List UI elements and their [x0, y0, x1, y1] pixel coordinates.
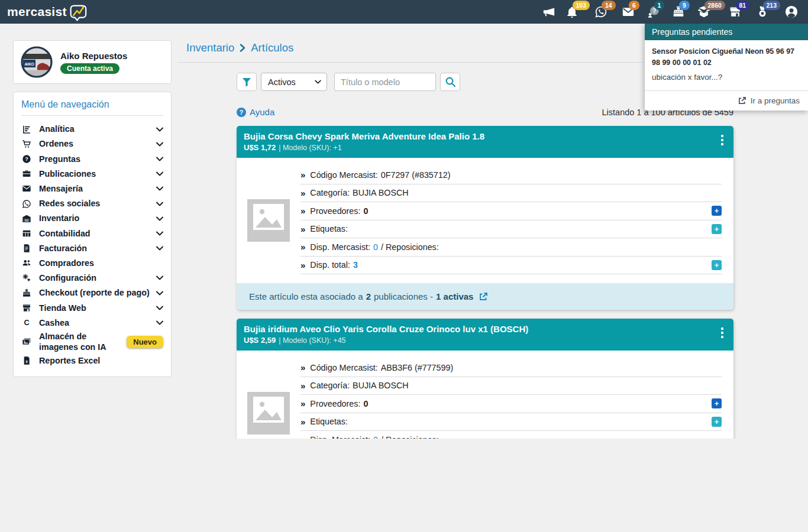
article-price: U$S 1,72 [244, 143, 276, 152]
image-placeholder-icon[interactable] [247, 392, 290, 434]
article-code-row: »Código Mercasist:ABB3F6 (#777599) [300, 359, 722, 377]
add-provider-button[interactable]: + [712, 206, 722, 216]
active-publications-link[interactable]: 1 activas [436, 291, 473, 301]
sidebar-item-reportes-excel[interactable]: xReportes Excel [21, 353, 163, 368]
article-availability-row: »Disp. Mercasist:0/ Reposiciones: [300, 238, 722, 257]
breadcrumb-articulos[interactable]: Artículos [251, 41, 293, 54]
add-tag-button[interactable]: + [712, 417, 722, 427]
gears-icon [21, 273, 32, 283]
cart-icon [21, 139, 32, 149]
notification-badge: 1 [654, 1, 665, 10]
sidebar-item-cashea[interactable]: CCashea [21, 315, 163, 330]
envelope-icon [21, 184, 32, 194]
svg-text:?: ? [240, 108, 243, 115]
medal-icon[interactable]: 213 [755, 5, 770, 19]
status-filter-value: Activos [268, 77, 296, 87]
sidebar-item-tienda-web[interactable]: Tienda Web [21, 300, 163, 315]
add-tag-button[interactable]: + [712, 224, 722, 234]
article-title: Bujia Corsa Chevy Spark Meriva Adventure… [244, 131, 706, 141]
analytics-icon [21, 124, 32, 134]
sidebar-item-redes-sociales[interactable]: Redes sociales [21, 196, 163, 211]
notification-badge: 14 [602, 1, 616, 10]
publications-banner: Este artículo esta asociado a 2 publicac… [237, 283, 733, 310]
sidebar-item-mensajería[interactable]: Mensajería [21, 181, 163, 196]
sidebar-item-analítica[interactable]: Analítica [21, 122, 163, 137]
search-input[interactable] [334, 73, 436, 91]
chevron-down-icon [156, 275, 163, 280]
chevron-down-icon [156, 291, 163, 296]
external-link-icon[interactable] [479, 292, 488, 301]
sidebar-item-label: Tienda Web [39, 303, 86, 314]
article-price: U$S 2,59 [244, 336, 276, 345]
image-placeholder-icon[interactable] [247, 199, 290, 242]
sidebar-item-facturación[interactable]: Facturación [21, 241, 163, 256]
account-avatar[interactable]: AIKO [21, 46, 53, 78]
user-avatar-icon[interactable] [784, 5, 799, 19]
article-category-row: »Categoría:BUJIA BOSCH [300, 377, 722, 395]
help-link[interactable]: ? Ayuda [237, 107, 274, 117]
article-card: Bujia Corsa Chevy Spark Meriva Adventure… [237, 126, 733, 310]
spreadsheet-icon [21, 228, 32, 238]
sidebar-item-almacén-de-imagenes-con-ia[interactable]: Almacén de imagenes con IANuevo [21, 330, 163, 353]
article-card-body: »Código Mercasist:0F7297 (#835712) »Cate… [237, 158, 733, 283]
sidebar-item-label: Contabilidad [39, 228, 91, 239]
article-availability-row: »Disp. Mercasist:0/ Reposiciones: [300, 431, 722, 439]
megaphone-icon[interactable] [542, 5, 556, 19]
briefcase-icon [21, 169, 32, 179]
article-card-body: »Código Mercasist:ABB3F6 (#777599) »Cate… [237, 351, 733, 439]
article-card-header: Bujia iridium Aveo Clio Yaris Corolla Cr… [237, 319, 733, 351]
sidebar-item-checkout-reporte-de-pago[interactable]: Checkout (reporte de pago) [21, 286, 163, 300]
new-badge: Nuevo [127, 336, 163, 348]
article-sku: | Modelo (SKU): +1 [279, 144, 341, 152]
chevron-down-icon [156, 171, 163, 176]
sidebar-item-label: Analítica [39, 124, 75, 135]
sidebar-item-publicaciones[interactable]: Publicaciones [21, 167, 163, 181]
storefront-icon [21, 303, 32, 313]
account-card: AIKO Aiko Repuestos Cuenta activa [13, 40, 172, 84]
card-menu-button[interactable] [721, 327, 723, 338]
whatsapp-icon[interactable]: 14 [594, 5, 608, 19]
app-window: mercasist 103146?19286081213 Preguntas p… [0, 0, 808, 532]
bell-icon[interactable]: 103 [565, 5, 579, 19]
add-stock-button[interactable]: + [712, 260, 722, 270]
go-to-questions-link[interactable]: Ir a preguntas [645, 90, 808, 111]
sidebar-item-configuración[interactable]: Configuración [21, 271, 163, 286]
envelope-icon[interactable]: 6 [621, 5, 635, 19]
sidebar-item-label: Cashea [39, 317, 69, 329]
storefront-icon[interactable]: 81 [728, 5, 742, 19]
article-providers-row: »Proveedores:0+ [300, 202, 722, 220]
sidebar-item-label: Publicaciones [39, 168, 96, 180]
open-box-icon[interactable]: 2860 [697, 5, 711, 19]
notification-badge: 6 [629, 1, 639, 10]
add-provider-button[interactable]: + [712, 398, 722, 408]
chevron-down-icon [156, 320, 163, 325]
notification-badge: 213 [763, 1, 781, 10]
status-filter-select[interactable]: Activos [261, 73, 327, 91]
sidebar-item-label: Configuración [39, 273, 96, 284]
sidebar-item-inventario[interactable]: Inventario [21, 211, 163, 226]
svg-text:AIKO: AIKO [24, 62, 34, 66]
user-question-icon[interactable]: ?1 [647, 5, 661, 19]
card-menu-button[interactable] [721, 135, 723, 145]
search-button[interactable] [440, 73, 460, 91]
sidebar-item-label: Compradores [39, 258, 94, 269]
sidebar-item-label: Reportes Excel [39, 355, 100, 366]
svg-text:C: C [24, 319, 29, 327]
sidebar-item-ordenes[interactable]: Ordenes [21, 137, 163, 151]
filter-button[interactable] [237, 73, 257, 91]
article-title: Bujia iridium Aveo Clio Yaris Corolla Cr… [244, 324, 706, 334]
chevron-down-icon [156, 246, 163, 251]
dropdown-question-item[interactable]: Sensor Posicion Cigueñal Neon 95 96 97 9… [645, 40, 808, 84]
sidebar-item-label: Inventario [39, 213, 79, 224]
search-icon [445, 77, 455, 87]
sidebar-item-label: Mensajería [39, 183, 83, 194]
sidebar-item-contabilidad[interactable]: Contabilidad [21, 226, 163, 241]
app-logo[interactable]: mercasist [7, 3, 87, 21]
cash-register-icon[interactable]: 9 [671, 5, 686, 19]
sidebar-item-preguntas[interactable]: ?Preguntas [21, 151, 163, 166]
sidebar-item-compradores[interactable]: Compradores [21, 256, 163, 271]
chevron-down-icon [315, 80, 321, 84]
logo-chat-arrow-icon [69, 3, 87, 21]
article-total-availability-row: »Disp. total:3+ [300, 257, 722, 275]
breadcrumb-inventario[interactable]: Inventario [186, 41, 234, 54]
